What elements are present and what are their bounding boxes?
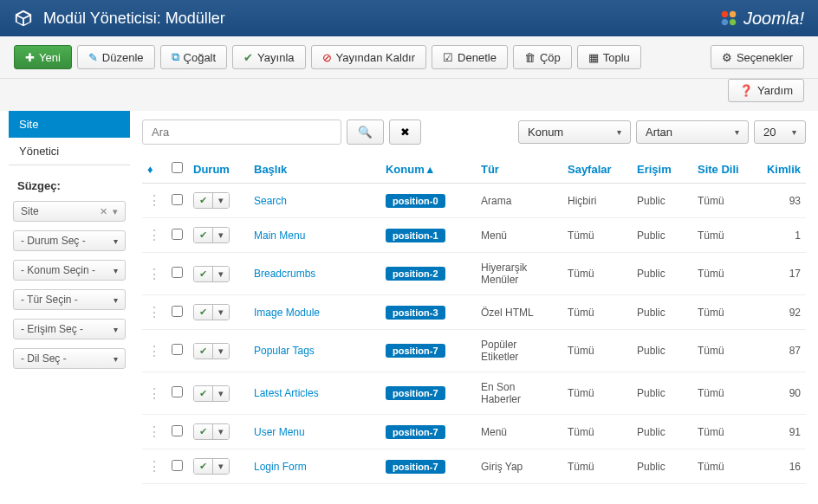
chevron-down-icon: ▾: [114, 295, 118, 305]
cell-access: Public: [632, 184, 692, 218]
filter-access[interactable]: - Erişim Seç -▾: [13, 319, 126, 339]
col-type[interactable]: Tür: [476, 155, 562, 184]
row-checkbox[interactable]: [172, 344, 183, 355]
row-checkbox[interactable]: [172, 267, 183, 278]
options-button[interactable]: ⚙Seçenekler: [711, 45, 804, 69]
drag-handle-icon[interactable]: ⋮: [147, 386, 161, 401]
drag-handle-icon[interactable]: ⋮: [147, 228, 161, 242]
status-toggle[interactable]: ✔▾: [193, 266, 230, 282]
clear-search-button[interactable]: ✖: [389, 120, 421, 145]
row-checkbox[interactable]: [172, 194, 183, 205]
chevron-down-icon: ▾: [213, 386, 229, 401]
status-toggle[interactable]: ✔▾: [193, 192, 230, 209]
col-language[interactable]: Site Dili: [692, 155, 762, 184]
row-checkbox[interactable]: [172, 229, 183, 240]
sort-column-select[interactable]: Konum▾: [518, 120, 631, 144]
checkin-button[interactable]: ☑Denetle: [432, 45, 508, 69]
cell-id: 16: [762, 449, 806, 484]
cell-pages: Hiçbiri: [562, 184, 632, 218]
chevron-down-icon: ▾: [213, 193, 229, 208]
table-row: ⋮✔▾Latest Articlesposition-7En Son Haber…: [142, 372, 806, 415]
status-toggle[interactable]: ✔▾: [193, 227, 230, 243]
module-title-link[interactable]: Popular Tags: [254, 345, 315, 357]
sidebar-tab-admin[interactable]: Yönetici: [9, 138, 130, 165]
drag-handle-icon[interactable]: ⋮: [147, 459, 161, 474]
cell-type: Giriş Yap: [476, 449, 562, 484]
status-toggle[interactable]: ✔▾: [193, 385, 230, 402]
module-title-link[interactable]: User Menu: [254, 426, 305, 438]
status-toggle[interactable]: ✔▾: [193, 304, 230, 320]
publish-button[interactable]: ✔Yayınla: [232, 45, 305, 69]
filter-position[interactable]: - Konum Seçin -▾: [13, 260, 126, 281]
sort-direction-select[interactable]: Artan▾: [636, 120, 749, 144]
chevron-down-icon: ▾: [114, 266, 118, 275]
cell-language: Tümü: [692, 218, 762, 253]
search-button[interactable]: 🔍: [347, 120, 384, 145]
cell-language: Tümü: [692, 415, 762, 449]
new-button[interactable]: ✚Yeni: [14, 45, 72, 69]
drag-handle-icon[interactable]: ⋮: [147, 193, 161, 208]
drag-handle-icon[interactable]: ⋮: [147, 424, 161, 439]
clear-icon[interactable]: ✕ ▾: [100, 206, 118, 217]
cell-id: 87: [762, 330, 806, 372]
module-title-link[interactable]: Breadcrumbs: [254, 268, 315, 280]
row-checkbox[interactable]: [172, 386, 183, 397]
module-title-link[interactable]: Latest Articles: [254, 387, 319, 399]
chevron-down-icon: ▾: [213, 267, 229, 281]
svg-point-1: [730, 11, 736, 17]
col-id[interactable]: Kimlik: [762, 155, 806, 184]
cell-id: 93: [762, 184, 806, 218]
modules-table: ♦ Durum Başlık Konum ▴ Tür Sayfalar Eriş…: [142, 155, 806, 484]
col-access[interactable]: Erişim: [632, 155, 692, 184]
module-title-link[interactable]: Search: [254, 195, 287, 207]
module-title-link[interactable]: Main Menu: [254, 229, 305, 242]
row-checkbox[interactable]: [172, 306, 183, 317]
select-all-checkbox[interactable]: [172, 162, 183, 173]
cell-pages: Tümü: [562, 218, 632, 253]
help-button[interactable]: ❓Yardım: [728, 79, 804, 102]
filter-type[interactable]: - Tür Seçin -▾: [13, 289, 126, 310]
cell-id: 17: [762, 253, 806, 295]
table-row: ⋮✔▾Searchposition-0AramaHiçbiriPublicTüm…: [142, 184, 806, 218]
filter-status[interactable]: - Durum Seç -▾: [13, 230, 126, 251]
limit-select[interactable]: 20▾: [754, 120, 806, 144]
trash-button[interactable]: 🗑Çöp: [513, 45, 572, 69]
search-input[interactable]: [142, 120, 341, 145]
sort-direction-label: Artan: [646, 126, 672, 139]
cell-type: Menü: [476, 218, 562, 253]
unpublish-button[interactable]: ⊘Yayından Kaldır: [311, 45, 427, 69]
cancel-icon: ⊘: [322, 51, 332, 64]
table-row: ⋮✔▾Breadcrumbsposition-2Hiyerarşik Menül…: [142, 253, 806, 295]
edit-icon: ✎: [88, 51, 98, 64]
drag-handle-icon[interactable]: ⋮: [147, 267, 161, 281]
col-status[interactable]: Durum: [188, 155, 249, 184]
chevron-down-icon: ▾: [213, 344, 229, 359]
col-position[interactable]: Konum ▴: [380, 155, 476, 184]
cell-access: Public: [632, 218, 692, 253]
filter-site[interactable]: Site✕ ▾: [13, 201, 126, 222]
col-pages[interactable]: Sayfalar: [562, 155, 632, 184]
drag-handle-icon[interactable]: ⋮: [147, 305, 161, 320]
filter-language[interactable]: - Dil Seç -▾: [13, 348, 126, 369]
row-checkbox[interactable]: [172, 425, 183, 436]
drag-handle-icon[interactable]: ⋮: [147, 344, 161, 359]
module-title-link[interactable]: Image Module: [254, 307, 320, 319]
published-icon: ✔: [194, 386, 213, 401]
chevron-down-icon: ▾: [114, 354, 118, 364]
cell-pages: Tümü: [562, 372, 632, 415]
cell-id: 92: [762, 295, 806, 330]
sort-order-icon[interactable]: ♦: [147, 163, 153, 176]
module-title-link[interactable]: Login Form: [254, 461, 307, 473]
edit-button[interactable]: ✎Düzenle: [77, 45, 155, 69]
sidebar-tab-site[interactable]: Site: [9, 111, 130, 138]
status-toggle[interactable]: ✔▾: [193, 343, 230, 359]
status-toggle[interactable]: ✔▾: [193, 423, 230, 440]
search-icon: 🔍: [358, 126, 373, 139]
batch-button[interactable]: ▦Toplu: [577, 45, 641, 69]
status-toggle[interactable]: ✔▾: [193, 458, 230, 475]
header-left: Modül Yöneticisi: Modüller: [14, 9, 225, 28]
row-checkbox[interactable]: [172, 460, 183, 471]
duplicate-button[interactable]: ⧉Çoğalt: [160, 45, 228, 69]
col-title[interactable]: Başlık: [249, 155, 380, 184]
filter-status-label: - Durum Seç -: [21, 235, 86, 247]
